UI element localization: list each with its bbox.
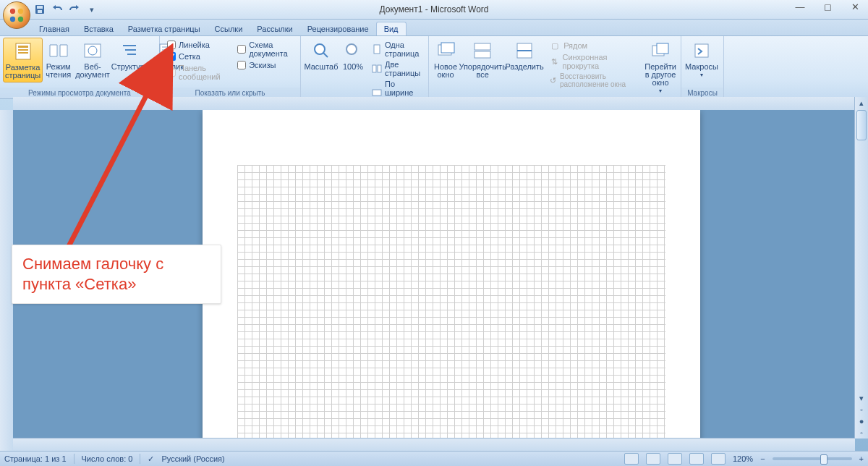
tab-review[interactable]: Рецензирование [300, 22, 376, 35]
svg-rect-16 [374, 45, 380, 54]
zoom-slider[interactable] [773, 457, 852, 460]
close-button[interactable]: ✕ [846, 1, 864, 12]
svg-point-0 [10, 9, 15, 14]
minimize-button[interactable]: — [791, 1, 809, 12]
undo-icon[interactable] [51, 3, 64, 16]
new-window-icon [434, 40, 457, 62]
zoom-slider-knob[interactable] [820, 454, 827, 465]
zoom-in-icon[interactable]: + [859, 454, 864, 463]
outline-icon [119, 40, 142, 62]
new-window[interactable]: Новое окно [432, 38, 459, 81]
switch-windows[interactable]: Перейти в другое окно ▾ [643, 38, 678, 97]
chk-document-map[interactable]: Схема документа [237, 41, 293, 58]
view-web[interactable]: Веб-документ [74, 38, 111, 81]
web-icon [81, 40, 104, 62]
ribbon-tabs: Главная Вставка Разметка страницы Ссылки… [0, 20, 868, 36]
qat-dropdown-icon[interactable]: ▾ [85, 3, 98, 16]
annotation-callout: Снимаем галочку с пункта «Сетка» [12, 245, 221, 304]
svg-rect-18 [378, 65, 381, 72]
view-print-layout-label: Разметка страницы [5, 64, 41, 80]
arrange-all[interactable]: Упорядочить все [461, 38, 504, 81]
svg-rect-6 [38, 10, 42, 13]
chk-ruler[interactable]: Линейка [167, 41, 227, 49]
view-outline[interactable]: Структура [113, 38, 148, 73]
document-page[interactable] [203, 110, 700, 439]
office-button[interactable] [3, 1, 30, 29]
svg-rect-9 [18, 49, 28, 51]
title-bar: ▾ Документ1 - Microsoft Word — ◻ ✕ [0, 0, 868, 20]
quick-access-toolbar: ▾ [33, 0, 98, 19]
status-view-draft[interactable] [711, 453, 726, 465]
status-bar: Страница: 1 из 1 Число слов: 0 ✓ Русский… [0, 451, 868, 466]
ribbon: Разметка страницы Режим чтения Веб-докум… [0, 36, 868, 99]
status-view-outline[interactable] [689, 453, 704, 465]
tab-view[interactable]: Вид [376, 22, 407, 35]
svg-rect-23 [475, 51, 490, 58]
view-reading[interactable]: Режим чтения [44, 38, 72, 81]
gridlines [237, 165, 665, 439]
svg-point-3 [18, 17, 23, 22]
next-page-icon[interactable]: ◦ [855, 427, 868, 439]
zoom-button[interactable]: Масштаб [304, 38, 339, 73]
switch-window-icon [649, 40, 672, 62]
maximize-button[interactable]: ◻ [819, 1, 836, 12]
scroll-up-icon[interactable]: ▴ [855, 97, 868, 109]
redo-icon[interactable] [68, 3, 81, 16]
svg-rect-21 [441, 43, 454, 53]
zoom-100[interactable]: 100% [340, 38, 366, 73]
side-by-side-icon: ▢ [549, 41, 561, 51]
tab-insert[interactable]: Вставка [77, 22, 121, 35]
status-word-count[interactable]: Число слов: 0 [82, 454, 133, 463]
status-zoom-value[interactable]: 120% [733, 454, 753, 463]
svg-point-14 [315, 44, 325, 54]
status-view-print[interactable] [624, 453, 639, 465]
arrange-icon [471, 40, 494, 62]
zoom-one-page[interactable]: Одна страница [372, 41, 422, 58]
tab-mailings[interactable]: Рассылки [250, 22, 299, 35]
status-page[interactable]: Страница: 1 из 1 [4, 454, 67, 463]
svg-rect-19 [373, 90, 381, 96]
view-print-layout[interactable]: Разметка страницы [3, 38, 43, 82]
svg-rect-22 [475, 43, 490, 50]
print-layout-icon [12, 41, 35, 62]
magnifier-icon [310, 40, 333, 62]
split-window[interactable]: Разделить [506, 38, 543, 73]
save-icon[interactable] [33, 3, 46, 16]
svg-point-1 [18, 9, 23, 14]
svg-rect-27 [657, 43, 668, 54]
vertical-scrollbar[interactable]: ▴ ▾ ◦ ● ◦ [854, 97, 868, 439]
svg-rect-8 [18, 46, 28, 48]
zoom-two-pages[interactable]: Две страницы [372, 60, 422, 77]
macros-button[interactable]: Макросы ▾ [684, 38, 719, 81]
status-view-reading[interactable] [646, 453, 660, 465]
horizontal-ruler[interactable] [13, 97, 855, 111]
svg-rect-5 [37, 6, 43, 9]
reset-window-pos: ↺Восстановить расположение окна [549, 72, 637, 88]
reading-icon [47, 40, 70, 62]
browse-object-icon[interactable]: ● [855, 415, 868, 427]
svg-rect-10 [18, 52, 28, 54]
chk-thumbnails[interactable]: Эскизы [237, 61, 293, 69]
sync-scroll-icon: ⇅ [549, 56, 559, 67]
scroll-thumb[interactable] [856, 110, 867, 140]
hundred-icon [341, 40, 365, 62]
tab-page-layout[interactable]: Разметка страницы [121, 22, 208, 35]
svg-point-15 [346, 44, 357, 54]
chk-gridlines[interactable]: Сетка [167, 52, 227, 61]
horizontal-scrollbar[interactable] [13, 438, 855, 452]
status-view-web[interactable] [668, 453, 682, 465]
svg-rect-17 [373, 65, 376, 72]
split-icon [513, 40, 536, 62]
status-language[interactable]: Русский (Россия) [161, 454, 224, 463]
tab-home[interactable]: Главная [32, 22, 77, 35]
prev-page-icon[interactable]: ◦ [855, 404, 868, 415]
macros-icon [690, 40, 713, 62]
one-page-icon [372, 44, 382, 54]
proofing-icon[interactable]: ✓ [148, 454, 154, 464]
tab-references[interactable]: Ссылки [208, 22, 250, 35]
two-pages-icon [372, 64, 382, 74]
scroll-down-icon[interactable]: ▾ [855, 392, 868, 404]
zoom-out-icon[interactable]: − [760, 454, 765, 463]
page-width-icon [372, 88, 382, 98]
svg-point-2 [10, 17, 15, 22]
